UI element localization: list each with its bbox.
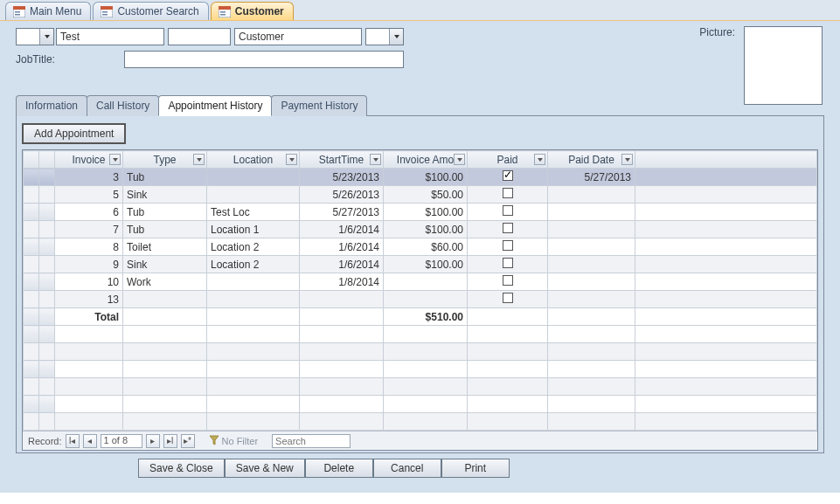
cancel-button[interactable]: Cancel — [373, 459, 441, 478]
row-selector[interactable] — [24, 238, 39, 256]
save-new-button[interactable]: Save & New — [225, 459, 305, 478]
delete-button[interactable]: Delete — [305, 459, 373, 478]
col-location[interactable]: Location — [207, 151, 300, 169]
select-all-corner[interactable] — [24, 151, 39, 169]
checkbox-icon[interactable] — [503, 170, 513, 181]
cell-type[interactable]: Work — [123, 273, 207, 291]
cell-location[interactable] — [207, 169, 300, 186]
checkbox-icon[interactable] — [503, 205, 513, 216]
cell-type[interactable]: Sink — [123, 256, 207, 273]
cell-starttime[interactable]: 1/6/2014 — [300, 221, 384, 238]
cell-paid[interactable] — [468, 238, 548, 256]
cell-location[interactable] — [207, 291, 300, 308]
table-row[interactable]: 9SinkLocation 21/6/2014$100.00 — [24, 256, 817, 273]
cell-type[interactable]: Sink — [123, 186, 207, 204]
tab-information[interactable]: Information — [16, 95, 87, 116]
tab-call-history[interactable]: Call History — [87, 95, 159, 116]
cell-starttime[interactable]: 5/26/2013 — [300, 186, 384, 204]
search-input[interactable] — [272, 434, 351, 448]
doc-tab-main-menu[interactable]: Main Menu — [5, 2, 91, 20]
jobtitle-field[interactable] — [124, 51, 404, 68]
checkbox-icon[interactable] — [503, 293, 513, 303]
cell-paid-date[interactable] — [548, 291, 635, 308]
cell-starttime[interactable]: 1/6/2014 — [300, 238, 384, 256]
cell-invoice[interactable]: 9 — [55, 256, 123, 273]
row-selector[interactable] — [24, 204, 39, 221]
table-row[interactable]: 7TubLocation 11/6/2014$100.00 — [24, 221, 817, 238]
cell-starttime[interactable]: 5/27/2013 — [300, 204, 384, 221]
filter-indicator[interactable]: No Filter — [209, 435, 259, 447]
nav-first-button[interactable]: I◂ — [66, 434, 80, 448]
cell-amount[interactable] — [384, 273, 468, 291]
cell-paid-date[interactable] — [548, 221, 635, 238]
cell-type[interactable]: Toilet — [123, 238, 207, 256]
appointment-grid[interactable]: Invoice Type Location StartTime Invoice … — [23, 150, 817, 431]
row-selector[interactable] — [24, 291, 39, 308]
cell-location[interactable]: Location 1 — [207, 221, 300, 238]
table-row[interactable]: 8ToiletLocation 21/6/2014$60.00 — [24, 238, 817, 256]
cell-location[interactable]: Location 2 — [207, 256, 300, 273]
cell-paid-date[interactable]: 5/27/2013 — [548, 169, 635, 186]
last-name-field[interactable]: Customer — [234, 28, 362, 45]
print-button[interactable]: Print — [441, 459, 510, 478]
cell-location[interactable]: Test Loc — [207, 204, 300, 221]
cell-amount[interactable]: $100.00 — [384, 169, 468, 186]
table-row[interactable]: 6TubTest Loc5/27/2013$100.00 — [24, 204, 817, 221]
cell-paid-date[interactable] — [548, 238, 635, 256]
chevron-down-icon[interactable] — [534, 154, 545, 165]
checkbox-icon[interactable] — [503, 188, 513, 198]
chevron-down-icon[interactable] — [621, 154, 633, 165]
chevron-down-icon[interactable] — [286, 154, 297, 165]
table-row[interactable]: 13 — [24, 291, 817, 308]
table-row[interactable]: 5Sink5/26/2013$50.00 — [24, 186, 817, 204]
chevron-down-icon[interactable] — [370, 154, 381, 165]
cell-paid[interactable] — [468, 169, 548, 186]
table-row[interactable]: 10Work1/8/2014 — [24, 273, 817, 291]
chevron-down-icon[interactable] — [39, 29, 53, 45]
col-invoice[interactable]: Invoice — [55, 151, 123, 169]
cell-paid[interactable] — [468, 273, 548, 291]
cell-invoice[interactable]: 6 — [55, 204, 123, 221]
cell-paid-date[interactable] — [548, 186, 635, 204]
middle-name-field[interactable] — [168, 28, 231, 45]
cell-invoice[interactable]: 10 — [55, 273, 123, 291]
col-paid[interactable]: Paid — [468, 151, 548, 169]
chevron-down-icon[interactable] — [454, 154, 465, 165]
cell-paid[interactable] — [468, 291, 548, 308]
cell-paid-date[interactable] — [548, 204, 635, 221]
col-starttime[interactable]: StartTime — [300, 151, 384, 169]
cell-type[interactable]: Tub — [123, 169, 207, 186]
checkbox-icon[interactable] — [503, 223, 513, 233]
tab-appointment-history[interactable]: Appointment History — [158, 95, 272, 116]
doc-tab-customer[interactable]: Customer — [211, 2, 294, 20]
cell-invoice[interactable]: 3 — [55, 169, 123, 186]
nav-prev-button[interactable]: ◂ — [83, 434, 97, 448]
cell-paid-date[interactable] — [548, 256, 635, 273]
tab-payment-history[interactable]: Payment History — [271, 95, 367, 116]
suffix-combo[interactable] — [365, 28, 404, 45]
checkbox-icon[interactable] — [503, 240, 513, 251]
chevron-down-icon[interactable] — [389, 29, 403, 45]
cell-location[interactable] — [207, 273, 300, 291]
cell-starttime[interactable]: 5/23/2013 — [300, 169, 384, 186]
row-selector[interactable] — [24, 221, 39, 238]
cell-amount[interactable]: $100.00 — [384, 221, 468, 238]
picture-box[interactable] — [744, 26, 823, 105]
cell-amount[interactable]: $100.00 — [384, 256, 468, 273]
cell-starttime[interactable]: 1/6/2014 — [300, 256, 384, 273]
doc-tab-customer-search[interactable]: Customer Search — [93, 2, 208, 20]
cell-paid[interactable] — [468, 186, 548, 204]
first-name-field[interactable]: Test — [56, 28, 164, 45]
cell-type[interactable] — [123, 291, 207, 308]
cell-starttime[interactable] — [300, 291, 384, 308]
cell-invoice[interactable]: 8 — [55, 238, 123, 256]
nav-last-button[interactable]: ▸I — [163, 434, 177, 448]
cell-location[interactable]: Location 2 — [207, 238, 300, 256]
table-row[interactable]: 3Tub5/23/2013$100.005/27/2013 — [24, 169, 817, 186]
add-appointment-button[interactable]: Add Appointment — [22, 123, 126, 144]
record-position[interactable]: 1 of 8 — [101, 434, 142, 448]
col-paid-date[interactable]: Paid Date — [548, 151, 635, 169]
chevron-down-icon[interactable] — [193, 154, 205, 165]
col-type[interactable]: Type — [123, 151, 207, 169]
checkbox-icon[interactable] — [503, 258, 513, 268]
